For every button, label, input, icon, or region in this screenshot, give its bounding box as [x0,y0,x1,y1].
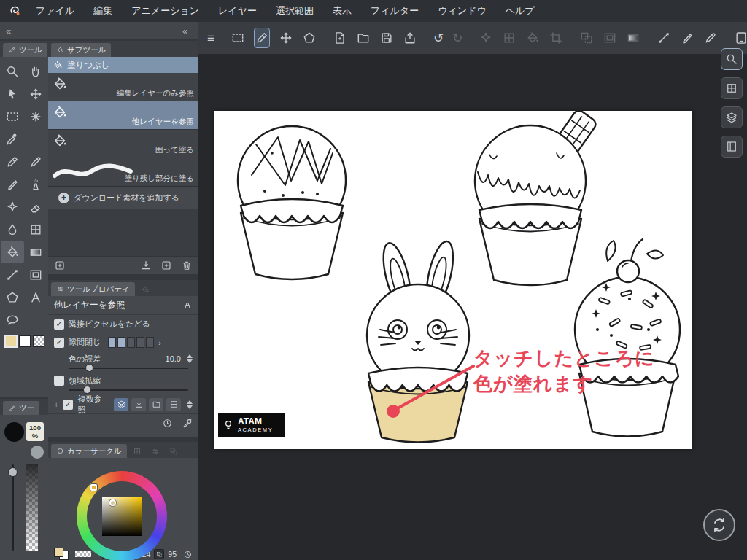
menu-item-selection[interactable]: 選択範囲 [266,4,323,18]
figure-grid-tool-icon[interactable] [24,218,47,241]
color-circle-tab[interactable]: カラーサークル [51,444,127,458]
material-panel-button[interactable] [721,77,743,99]
redo-icon[interactable] [452,28,462,47]
blend-tool-icon[interactable] [1,218,24,241]
multi-ref-checkbox[interactable] [63,400,73,410]
snap-curve-icon[interactable] [680,28,694,47]
canvas-rotate-button[interactable] [703,509,735,541]
gap-close-checkbox[interactable] [54,338,64,348]
text-tool-icon[interactable] [24,286,47,308]
option-row-gap-close[interactable]: 隙間閉じ [48,333,198,351]
grid-icon[interactable] [502,28,516,47]
eraser-tool-icon[interactable] [24,195,47,218]
expand-option-icon[interactable] [54,400,58,409]
operation-select-icon[interactable] [231,28,245,47]
color-slider-tab-icon[interactable] [147,444,163,458]
menu-item-window[interactable]: ウィンドウ [428,4,496,18]
saturation-value-square[interactable] [102,497,142,536]
main-menu-icon[interactable] [207,28,214,47]
crop-icon[interactable] [549,28,563,47]
subtool-item-row[interactable]: 囲って塗る [48,130,198,158]
gap-close-segments[interactable] [108,337,154,348]
brush-size-slider[interactable] [12,464,14,551]
open-file-icon[interactable] [356,28,371,47]
export-icon[interactable] [403,28,417,47]
color-wheel[interactable] [48,458,198,547]
ref-selected-folder-icon[interactable] [149,398,163,411]
undo-icon[interactable] [433,28,444,47]
gradient-command-icon[interactable] [626,28,640,47]
menu-item-edit[interactable]: 編集 [84,4,122,18]
snap-line-icon[interactable] [703,28,718,47]
layer-panel-button[interactable] [721,106,743,128]
lasso-icon[interactable] [302,28,317,47]
line-tool-icon[interactable] [1,263,24,286]
polygon-tool-icon[interactable] [1,286,24,308]
clear-icon[interactable] [479,28,493,47]
main-color-swatch[interactable] [5,335,17,347]
decoration-tool-icon[interactable] [1,195,24,218]
option-row-multi-ref[interactable]: 複数参照 [48,395,198,413]
transform-icon[interactable] [279,28,293,47]
brush-size-preview[interactable] [4,422,24,442]
subtool-item-row[interactable]: 編集レイヤーのみ参照 [48,73,198,101]
history-icon[interactable] [162,418,173,429]
opacity-gradient-strip[interactable] [26,464,38,551]
save-icon[interactable] [379,28,394,47]
sub-color-swatch[interactable] [19,335,31,347]
menu-item-layer[interactable]: レイヤー [209,4,266,18]
ref-reference-layer-icon[interactable] [131,398,146,411]
transparent-chip[interactable] [75,551,91,557]
brush-opacity-badge[interactable]: 100 % [26,422,44,441]
select-area-icon[interactable] [579,28,594,47]
subtool-list-view-icon[interactable] [54,260,66,271]
collapse-right-icon[interactable] [182,24,187,37]
hue-marker[interactable] [90,484,97,491]
hand-tool-icon[interactable] [24,60,47,82]
menu-item-help[interactable]: ヘルプ [496,4,544,18]
eyedropper-tool-icon[interactable] [1,128,24,150]
option-row-adjacent[interactable]: 隣接ピクセルをたどる [48,315,198,333]
menu-item-file[interactable]: ファイル [26,4,84,18]
companion-mode-icon[interactable] [734,28,747,47]
color-margin-slider[interactable] [69,368,188,369]
menu-item-filter[interactable]: フィルター [361,4,428,18]
brush-softness-preview[interactable] [31,446,44,459]
settings-wrench-icon[interactable] [182,418,193,429]
chevron-right-icon[interactable] [158,338,161,347]
brush-tool-icon[interactable] [1,173,24,195]
quick-zoom-button[interactable] [721,48,743,70]
ruler-icon[interactable] [657,28,671,47]
area-scale-slider[interactable] [69,389,188,391]
lock-icon[interactable] [182,300,193,311]
frame-border-icon[interactable] [603,28,617,47]
airbrush-tool-icon[interactable] [24,173,47,195]
subtool-group-row[interactable]: 塗りつぶし [48,57,198,73]
brush-size-slider-handle[interactable] [8,467,18,477]
subtool-item-row-selected[interactable]: 他レイヤーを参照 [48,101,198,130]
color-set-tab-icon[interactable] [129,444,145,458]
add-material-row[interactable]: ダウンロード素材を追加する [48,187,198,209]
auto-select-tool-icon[interactable] [24,105,47,128]
brush-panel-tab[interactable]: ツー [3,401,39,415]
color-mixing-tab-icon[interactable] [166,444,182,458]
navigator-panel-button[interactable] [721,136,743,158]
option-row-area-scale[interactable]: 領域拡縮 [48,373,198,388]
fill-tool-icon[interactable] [1,241,24,263]
delete-subtool-icon[interactable] [181,260,193,271]
fill-command-icon[interactable] [525,28,540,47]
move-layer-tool-icon[interactable] [24,82,47,105]
pencil-tool-icon[interactable] [24,150,47,173]
gradient-tool-icon[interactable] [24,241,47,263]
collapse-left-icon[interactable] [6,24,11,37]
pen-mode-icon[interactable] [254,28,270,48]
balloon-tool-icon[interactable] [1,308,24,331]
download-material-icon[interactable] [140,260,152,271]
ref-grid-icon[interactable] [166,398,181,411]
pen-tool-icon[interactable] [1,150,24,173]
tool-property-tab[interactable]: ツールプロパティ [51,282,135,296]
sv-marker[interactable] [109,499,116,506]
duplicate-subtool-icon[interactable] [160,260,172,271]
new-file-icon[interactable] [333,28,347,47]
current-color-chips[interactable] [54,548,71,560]
